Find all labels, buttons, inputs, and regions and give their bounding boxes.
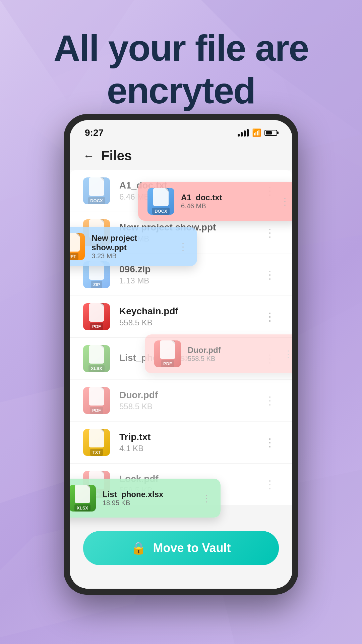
file-item: XLSX List_phone.xlsx ⋮ <box>70 338 292 380</box>
drag-card-ppt-icon: PPT <box>70 233 85 260</box>
vault-button-label: Move to Vault <box>153 541 231 555</box>
file-size: 4.1 KB <box>119 444 261 453</box>
drag-card-menu-icon[interactable]: ⋮ <box>280 196 290 207</box>
status-time: 9:27 <box>85 127 104 138</box>
file-info: Trip.txt 4.1 KB <box>119 432 261 453</box>
drag-card-docx-name: A1_doc.txt <box>181 193 222 202</box>
files-top-bar: ← Files <box>70 142 292 170</box>
file-name: Keychain.pdf <box>119 306 261 317</box>
file-icon-pdf: PDF <box>83 303 110 330</box>
file-info: Duor.pdf 558.5 KB <box>119 390 261 411</box>
drag-card-ppt-menu[interactable]: ⋮ <box>178 241 188 252</box>
drag-card-xlsx: XLSX List_phone.xlsx 18.95 KB ⋮ <box>70 479 221 518</box>
header-title: All your file are encryted <box>20 27 342 112</box>
drag-card-ppt: PPT New project show.ppt 3.23 MB ⋮ <box>70 227 197 266</box>
file-item: PDF Keychain.pdf 558.5 KB ⋮ <box>70 296 292 338</box>
header-section: All your file are encryted <box>0 0 362 132</box>
drag-card-ppt-size: 3.23 MB <box>92 252 172 260</box>
file-menu-button[interactable]: ⋮ <box>261 390 279 411</box>
drag-card-ppt-name: New project show.ppt <box>92 233 172 252</box>
drag-card-pdf2-wrapper: PDF Duor.pdf 558.5 KB ⋮ <box>145 334 292 373</box>
bottom-area: 🔒 Move to Vault <box>70 518 292 589</box>
file-menu-button[interactable]: ⋮ <box>261 265 279 285</box>
file-icon-txt: TXT <box>83 429 110 456</box>
file-info: 096.zip 1.13 MB <box>119 264 261 285</box>
file-menu-button[interactable]: ⋮ <box>261 307 279 327</box>
drag-card-docx: DOCX A1_doc.txt 6.46 MB ⋮ <box>138 182 292 221</box>
file-icon-xlsx: XLSX <box>83 345 110 372</box>
drag-card-pdf2-menu[interactable]: ⋮ <box>284 348 292 360</box>
phone-shell: 9:27 📶 ← <box>64 114 298 595</box>
file-icon-pdf2: PDF <box>83 387 110 414</box>
file-size: 1.13 MB <box>119 276 261 285</box>
wifi-icon: 📶 <box>252 128 261 137</box>
file-name: Duor.pdf <box>119 390 261 400</box>
move-to-vault-button[interactable]: 🔒 Move to Vault <box>83 531 279 565</box>
status-bar: 9:27 📶 <box>70 120 292 142</box>
drag-card-pdf2: PDF Duor.pdf 558.5 KB ⋮ <box>145 334 292 373</box>
drag-card-xlsx-menu[interactable]: ⋮ <box>202 493 211 504</box>
file-menu-button[interactable]: ⋮ <box>261 223 279 243</box>
drag-card-docx-icon: DOCX <box>147 188 174 215</box>
drag-card-xlsx-wrapper: XLSX List_phone.xlsx 18.95 KB ⋮ <box>70 479 292 518</box>
screen-title: Files <box>101 148 132 163</box>
drag-card-pdf2-name: Duor.pdf <box>188 345 221 355</box>
phone-mockup: 9:27 📶 ← <box>64 114 298 595</box>
signal-bars-icon <box>238 129 249 137</box>
file-item: TXT Trip.txt 4.1 KB ⋮ <box>70 422 292 464</box>
file-icon-docx: DOCX <box>83 177 110 204</box>
phone-screen: 9:27 📶 ← <box>70 120 292 589</box>
drag-card-xlsx-size: 18.95 KB <box>103 499 163 507</box>
file-info: Keychain.pdf 558.5 KB <box>119 306 261 327</box>
drag-card-docx-size: 6.46 MB <box>181 202 222 210</box>
file-item: PDF Duor.pdf 558.5 KB ⋮ <box>70 380 292 422</box>
drag-card-pdf2-icon: PDF <box>154 340 181 367</box>
drag-card-xlsx-name: List_phone.xlsx <box>103 490 163 499</box>
files-screen: ← Files DOCX A1_doc.txt 6.46 MB <box>70 142 292 589</box>
file-name: Trip.txt <box>119 432 261 442</box>
file-size: 558.5 KB <box>119 318 261 327</box>
battery-icon <box>264 130 277 136</box>
back-button[interactable]: ← <box>83 149 95 162</box>
vault-lock-icon: 🔒 <box>131 541 146 555</box>
file-size: 558.5 KB <box>119 402 261 411</box>
drag-card-pdf2-size: 558.5 KB <box>188 355 221 363</box>
drag-card-xlsx-icon: XLSX <box>70 485 96 512</box>
file-menu-button[interactable]: ⋮ <box>261 432 279 452</box>
status-icons: 📶 <box>238 128 277 137</box>
